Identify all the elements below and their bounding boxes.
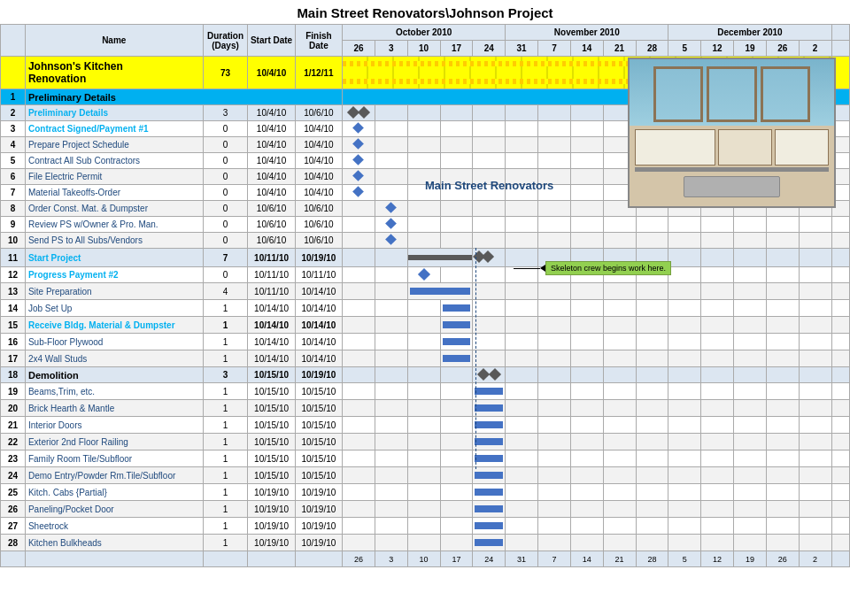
duration: 3 [203, 367, 248, 383]
row-num: 24 [1, 467, 26, 484]
kitchen-photo [628, 58, 836, 208]
start-date: 10/6/10 [248, 233, 295, 249]
finish-date: 10/6/10 [295, 201, 342, 217]
table-row: 24 Demo Entry/Powder Rm.Tile/Subfloor 1 … [1, 467, 850, 484]
duration: 73 [203, 57, 248, 89]
row-num: 12 [1, 267, 26, 283]
duration: 1 [203, 518, 248, 535]
duration: 1 [203, 300, 248, 317]
start-date: 10/15/10 [248, 400, 295, 417]
duration: 1 [203, 334, 248, 350]
date-5: 5 [668, 41, 701, 57]
row-num: 3 [1, 121, 26, 137]
date-28: 28 [636, 41, 668, 57]
bottom-dates-row: 26 3 10 17 24 31 7 14 21 28 5 12 19 26 2 [1, 551, 850, 567]
start-date: 10/11/10 [248, 249, 295, 267]
finish-date: 10/15/10 [295, 400, 342, 417]
row-num: 11 [1, 249, 26, 267]
table-row: 28 Kitchen Bulkheads 1 10/19/10 10/19/10 [1, 535, 850, 551]
finish-date: 10/15/10 [295, 417, 342, 434]
task-name: Prepare Project Schedule [25, 137, 203, 153]
bottom-date: 31 [506, 551, 538, 567]
row-num: 27 [1, 518, 26, 535]
finish-date: 10/15/10 [295, 467, 342, 484]
start-date: 10/4/10 [248, 105, 295, 121]
task-name: Contract All Sub Contractors [25, 153, 203, 169]
header-duration: Duration(Days) [203, 25, 248, 57]
row-num: 19 [1, 383, 26, 400]
table-row: 10 Send PS to All Subs/Vendors 0 10/6/10… [1, 233, 850, 249]
finish-date: 10/4/10 [295, 153, 342, 169]
duration: 7 [203, 249, 248, 267]
header-nov: November 2010 [506, 25, 668, 41]
table-row: 19 Beams,Trim, etc. 1 10/15/10 10/15/10 [1, 383, 850, 400]
task-name: Kitch. Cabs {Partial} [25, 484, 203, 501]
finish-date: 10/14/10 [295, 334, 342, 350]
table-row: 27 Sheetrock 1 10/19/10 10/19/10 [1, 518, 850, 535]
main-container: Main Street Renovators\Johnson Project [0, 0, 850, 616]
bottom-date: 24 [473, 551, 506, 567]
task-name: 2x4 Wall Studs [25, 350, 203, 367]
table-row: 12 Progress Payment #2 0 10/11/10 10/11/… [1, 267, 850, 283]
finish-date: 10/19/10 [295, 501, 342, 518]
duration: 1 [203, 317, 248, 334]
task-name: Interior Doors [25, 417, 203, 434]
table-row: 15 Receive Bldg. Material & Dumpster 1 1… [1, 317, 850, 334]
task-name: Kitchen Bulkheads [25, 535, 203, 551]
table-row: 14 Job Set Up 1 10/14/10 10/14/10 [1, 300, 850, 317]
header-name: Name [25, 25, 203, 57]
task-name: Contract Signed/Payment #1 [25, 121, 203, 137]
finish-date: 10/6/10 [295, 217, 342, 233]
duration: 1 [203, 467, 248, 484]
finish-date: 10/4/10 [295, 185, 342, 201]
duration: 0 [203, 233, 248, 249]
date-24: 24 [473, 41, 506, 57]
task-name: Beams,Trim, etc. [25, 383, 203, 400]
start-date: 10/14/10 [248, 317, 295, 334]
finish-date: 10/14/10 [295, 283, 342, 300]
finish-date: 10/4/10 [295, 121, 342, 137]
finish-date: 10/6/10 [295, 105, 342, 121]
row-num: 7 [1, 185, 26, 201]
row-num: 4 [1, 137, 26, 153]
task-name: Sheetrock [25, 518, 203, 535]
start-date: 10/15/10 [248, 434, 295, 450]
date-21: 21 [603, 41, 636, 57]
date-19: 19 [734, 41, 767, 57]
date-26: 26 [343, 41, 375, 57]
header-oct: October 2010 [343, 25, 506, 41]
bottom-date: 26 [766, 551, 799, 567]
table-row: 13 Site Preparation 4 10/11/10 10/14/10 [1, 283, 850, 300]
duration: 0 [203, 217, 248, 233]
start-date: 10/4/10 [248, 153, 295, 169]
task-name: Exterior 2nd Floor Railing [25, 434, 203, 450]
date-10: 10 [407, 41, 440, 57]
duration: 0 [203, 201, 248, 217]
duration: 3 [203, 105, 248, 121]
row-num: 22 [1, 434, 26, 450]
bottom-date: 28 [636, 551, 668, 567]
start-date: 10/14/10 [248, 334, 295, 350]
duration: 1 [203, 501, 248, 518]
task-name: Brick Hearth & Mantle [25, 400, 203, 417]
task-name: Demo Entry/Powder Rm.Tile/Subfloor [25, 467, 203, 484]
finish-date: 10/19/10 [295, 535, 342, 551]
date-7: 7 [538, 41, 571, 57]
section-name: Preliminary Details [25, 89, 342, 105]
duration: 4 [203, 283, 248, 300]
duration: 0 [203, 169, 248, 185]
skeleton-crew-annotation: Skeleton crew begins work here. [514, 261, 671, 275]
row-num: 14 [1, 300, 26, 317]
bottom-date: 14 [570, 551, 603, 567]
row-num: 28 [1, 535, 26, 551]
duration: 1 [203, 535, 248, 551]
start-date: 10/15/10 [248, 367, 295, 383]
page-title: Main Street Renovators\Johnson Project [0, 0, 850, 24]
table-row: 18 Demolition 3 10/15/10 10/19/10 [1, 367, 850, 383]
table-row: 9 Review PS w/Owner & Pro. Man. 0 10/6/1… [1, 217, 850, 233]
date-31: 31 [506, 41, 538, 57]
duration: 1 [203, 383, 248, 400]
finish-date: 10/6/10 [295, 233, 342, 249]
finish-date: 10/4/10 [295, 137, 342, 153]
bottom-date: 7 [538, 551, 571, 567]
